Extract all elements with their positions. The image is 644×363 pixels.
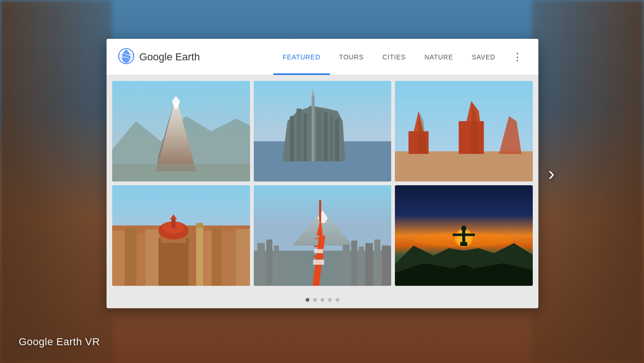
svg-rect-34 — [136, 233, 147, 286]
logo-area: Google Earth — [118, 48, 200, 66]
app-logo — [118, 48, 135, 66]
svg-rect-35 — [145, 230, 159, 286]
svg-rect-41 — [158, 238, 189, 286]
svg-rect-78 — [453, 233, 475, 236]
svg-rect-45 — [172, 218, 176, 228]
card-rio[interactable]: Rio de Janeiro Brazil — [395, 185, 533, 286]
svg-rect-80 — [460, 242, 467, 246]
tab-nature[interactable]: NATURE — [415, 39, 462, 75]
svg-rect-69 — [315, 238, 322, 239]
nav-tabs: FEATURED TOURS CITIES NATURE SAVED — [273, 39, 505, 75]
svg-rect-7 — [112, 164, 250, 182]
svg-rect-71 — [314, 249, 323, 254]
tab-featured[interactable]: FEATURED — [273, 39, 330, 75]
tokyo-svg — [254, 185, 392, 286]
tab-tours[interactable]: TOURS — [330, 39, 373, 75]
matterhorn-svg — [112, 81, 250, 182]
card-tokyo[interactable]: Tokyo Tower Japan — [254, 185, 392, 286]
florence-svg — [112, 185, 250, 286]
app-title: Google Earth — [139, 51, 200, 63]
svg-rect-17 — [329, 115, 333, 161]
svg-rect-32 — [112, 231, 126, 286]
svg-rect-33 — [125, 228, 137, 286]
svg-rect-12 — [296, 109, 301, 161]
pagination-dot-4[interactable] — [328, 298, 332, 302]
svg-rect-67 — [313, 256, 324, 257]
svg-rect-59 — [365, 243, 372, 286]
brand-vr-label: Google Earth VR — [19, 336, 100, 348]
svg-rect-54 — [266, 240, 272, 286]
svg-rect-13 — [303, 114, 307, 161]
bg-blur-left — [0, 0, 112, 363]
svg-rect-22 — [395, 152, 533, 182]
svg-rect-47 — [196, 225, 203, 286]
app-header: Google Earth FEATURED TOURS CITIES NATUR… — [107, 39, 538, 75]
chevron-right-icon: › — [548, 163, 554, 184]
svg-rect-60 — [374, 240, 380, 286]
svg-rect-39 — [222, 232, 236, 286]
svg-rect-57 — [351, 240, 357, 286]
svg-rect-11 — [290, 116, 294, 161]
svg-point-79 — [461, 225, 466, 232]
svg-marker-81 — [395, 263, 533, 286]
svg-rect-53 — [257, 243, 265, 286]
manhattan-svg — [254, 81, 392, 182]
pagination-dot-3[interactable] — [321, 298, 324, 302]
svg-rect-38 — [212, 228, 223, 286]
card-grid: Matterhorn Switzerland — [107, 75, 538, 291]
svg-rect-58 — [358, 247, 364, 286]
pagination-dot-1[interactable] — [306, 298, 309, 302]
svg-rect-40 — [236, 229, 250, 286]
svg-rect-48 — [196, 223, 203, 228]
tab-cities[interactable]: CITIES — [373, 39, 415, 75]
svg-rect-19 — [311, 96, 314, 161]
card-matterhorn[interactable]: Matterhorn Switzerland — [112, 81, 250, 182]
svg-rect-55 — [274, 246, 279, 286]
svg-rect-18 — [335, 119, 339, 161]
svg-rect-56 — [343, 245, 350, 286]
svg-rect-61 — [382, 246, 391, 286]
main-panel: Google Earth FEATURED TOURS CITIES NATUR… — [107, 39, 538, 308]
svg-rect-15 — [317, 110, 322, 161]
more-options-button[interactable]: ⋮ — [508, 48, 527, 66]
svg-rect-66 — [319, 200, 321, 221]
next-arrow-button[interactable]: › — [542, 164, 561, 183]
pagination-dots — [107, 291, 538, 308]
svg-rect-16 — [323, 112, 328, 161]
monument-svg — [395, 81, 533, 182]
rio-svg — [395, 185, 533, 286]
card-monument-valley[interactable]: Monument Valley Arizona — [395, 81, 533, 182]
card-manhattan[interactable]: Manhattan New York — [254, 81, 392, 182]
card-florence[interactable]: Florence Italy — [112, 185, 250, 286]
pagination-dot-5[interactable] — [336, 298, 339, 302]
svg-rect-70 — [313, 260, 324, 265]
tab-saved[interactable]: SAVED — [463, 39, 505, 75]
svg-rect-68 — [314, 246, 323, 247]
pagination-dot-2[interactable] — [313, 298, 317, 302]
